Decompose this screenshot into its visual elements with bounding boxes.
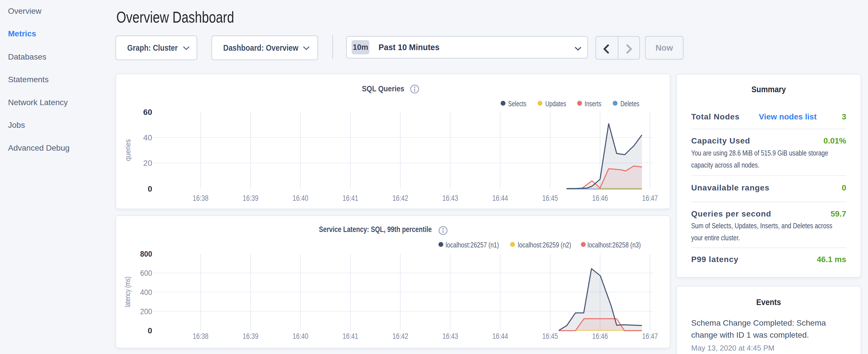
svg-text:16:47: 16:47 <box>642 194 658 202</box>
svg-text:16:39: 16:39 <box>243 332 258 341</box>
svg-text:16:47: 16:47 <box>642 332 658 341</box>
svg-text:0: 0 <box>148 326 152 335</box>
svg-text:16:44: 16:44 <box>492 332 508 341</box>
svg-text:16:42: 16:42 <box>393 332 408 341</box>
svg-text:16:44: 16:44 <box>492 194 508 202</box>
svg-text:latency (ms): latency (ms) <box>123 277 132 307</box>
svg-text:16:38: 16:38 <box>193 332 209 341</box>
svg-text:16:41: 16:41 <box>342 332 358 341</box>
svg-text:60: 60 <box>143 108 152 117</box>
svg-text:16:43: 16:43 <box>442 332 458 341</box>
svg-text:16:46: 16:46 <box>592 194 608 202</box>
svg-text:20: 20 <box>143 159 152 167</box>
svg-text:800: 800 <box>140 250 152 258</box>
svg-text:16:41: 16:41 <box>342 194 358 202</box>
svg-text:16:39: 16:39 <box>243 194 258 202</box>
svg-text:16:45: 16:45 <box>542 332 558 341</box>
svg-text:400: 400 <box>140 288 152 297</box>
svg-text:16:42: 16:42 <box>393 194 408 202</box>
svg-text:16:40: 16:40 <box>292 194 308 202</box>
svg-text:16:40: 16:40 <box>292 332 308 341</box>
svg-text:16:45: 16:45 <box>542 194 558 202</box>
svg-text:0: 0 <box>148 185 152 193</box>
svg-text:40: 40 <box>143 133 152 142</box>
svg-text:16:43: 16:43 <box>442 194 458 202</box>
svg-text:queries: queries <box>124 139 132 161</box>
svg-text:16:38: 16:38 <box>193 194 209 202</box>
svg-text:16:46: 16:46 <box>592 332 608 341</box>
svg-text:200: 200 <box>140 307 152 316</box>
svg-text:600: 600 <box>140 269 152 278</box>
